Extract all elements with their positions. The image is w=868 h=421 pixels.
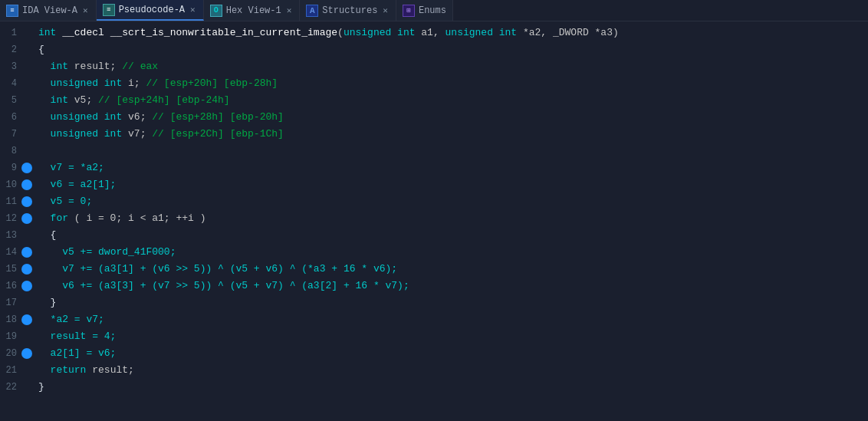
tab-enums[interactable]: ⊞ Enums <box>396 0 453 21</box>
line-number: 16 <box>0 281 21 291</box>
code-text: v7 = *a2; <box>35 160 868 176</box>
tab-close-hex[interactable]: ✕ <box>285 5 294 15</box>
line-number: 2 <box>0 44 21 55</box>
code-text: unsigned int i; // [esp+20h] [ebp-28h] <box>35 75 868 92</box>
code-line: 18 *a2 = v7; <box>0 311 868 328</box>
line-number: 12 <box>0 213 21 224</box>
line-number: 22 <box>0 382 21 393</box>
breakpoint-indicator <box>21 163 32 173</box>
tab-close-structures[interactable]: ✕ <box>381 5 390 15</box>
tab-label-pseudocode: Pseudocode-A <box>119 5 185 15</box>
tab-ida-view[interactable]: ≡ IDA View-A ✕ <box>0 0 97 21</box>
tab-icon-structures: A <box>306 5 318 17</box>
line-number: 6 <box>0 112 21 123</box>
code-line: 6 unsigned int v6; // [esp+28h] [ebp-20h… <box>0 109 868 126</box>
line-number: 10 <box>0 179 21 190</box>
code-line: 12 for ( i = 0; i < a1; ++i ) <box>0 210 868 227</box>
code-text: } <box>35 379 868 396</box>
line-number: 8 <box>0 146 21 156</box>
code-text: } <box>35 294 868 311</box>
tab-label-hex: Hex View-1 <box>226 5 281 16</box>
tab-pseudocode[interactable]: ≡ Pseudocode-A ✕ <box>97 0 204 21</box>
code-text: v5 += dword_41F000; <box>35 244 868 261</box>
code-text: v6 = a2[1]; <box>35 176 868 193</box>
line-number: 21 <box>0 365 21 376</box>
tab-label-structures: Structures <box>322 5 377 16</box>
breakpoint-indicator <box>21 314 32 325</box>
line-number: 9 <box>0 163 21 173</box>
code-line: 17 } <box>0 294 868 311</box>
line-number: 18 <box>0 314 21 325</box>
tab-icon-ida: ≡ <box>6 5 18 17</box>
code-line: 8 <box>0 143 868 160</box>
line-number: 15 <box>0 264 21 275</box>
code-line: 9 v7 = *a2; <box>0 160 868 176</box>
tab-close-ida[interactable]: ✕ <box>81 5 90 15</box>
tab-icon-pseudocode: ≡ <box>103 4 115 16</box>
line-number: 11 <box>0 196 21 207</box>
code-line: 7 unsigned int v7; // [esp+2Ch] [ebp-1Ch… <box>0 126 868 143</box>
code-text: unsigned int v7; // [esp+2Ch] [ebp-1Ch] <box>35 126 868 143</box>
line-number: 20 <box>0 348 21 359</box>
breakpoint-indicator <box>21 196 32 207</box>
code-line: 14 v5 += dword_41F000; <box>0 244 868 261</box>
tab-close-pseudocode[interactable]: ✕ <box>189 5 197 15</box>
line-number: 14 <box>0 247 21 258</box>
code-text: int result; // eax <box>35 58 868 75</box>
code-line: 3 int result; // eax <box>0 58 868 75</box>
code-text: v6 += (a3[3] + (v7 >> 5)) ^ (v5 + v7) ^ … <box>35 278 868 294</box>
tab-bar: ≡ IDA View-A ✕ ≡ Pseudocode-A ✕ O Hex Vi… <box>0 0 868 21</box>
code-line: 4 unsigned int i; // [esp+20h] [ebp-28h] <box>0 75 868 92</box>
breakpoint-indicator <box>21 348 32 359</box>
line-number: 13 <box>0 230 21 241</box>
breakpoint-indicator <box>21 281 32 291</box>
breakpoint-indicator <box>21 264 32 275</box>
tab-hex-view[interactable]: O Hex View-1 ✕ <box>204 0 301 21</box>
line-number: 3 <box>0 61 21 72</box>
code-text: for ( i = 0; i < a1; ++i ) <box>35 210 868 227</box>
code-line: 19 result = 4; <box>0 328 868 345</box>
line-number: 7 <box>0 129 21 140</box>
code-text: *a2 = v7; <box>35 311 868 328</box>
code-text: int __cdecl __scrt_is_nonwritable_in_cur… <box>35 25 868 41</box>
code-line: 16 v6 += (a3[3] + (v7 >> 5)) ^ (v5 + v7)… <box>0 278 868 294</box>
code-text: v7 += (a3[1] + (v6 >> 5)) ^ (v5 + v6) ^ … <box>35 261 868 278</box>
line-number: 19 <box>0 331 21 342</box>
code-line: 13 { <box>0 227 868 244</box>
breakpoint-indicator <box>21 179 32 190</box>
code-text: { <box>35 41 868 58</box>
line-number: 1 <box>0 28 21 38</box>
code-line: 11 v5 = 0; <box>0 193 868 210</box>
code-line: 21 return result; <box>0 362 868 379</box>
code-line: 10 v6 = a2[1]; <box>0 176 868 193</box>
tab-icon-enums: ⊞ <box>403 5 415 17</box>
code-text: result = 4; <box>35 328 868 345</box>
code-text: unsigned int v6; // [esp+28h] [ebp-20h] <box>35 109 868 126</box>
line-number: 4 <box>0 78 21 89</box>
code-text: return result; <box>35 362 868 379</box>
code-line: 20 a2[1] = v6; <box>0 345 868 362</box>
tab-structures[interactable]: A Structures ✕ <box>300 0 396 21</box>
breakpoint-indicator <box>21 247 32 258</box>
code-line: 1 int __cdecl __scrt_is_nonwritable_in_c… <box>0 25 868 41</box>
code-text: { <box>35 227 868 244</box>
code-text: v5 = 0; <box>35 193 868 210</box>
code-line: 15 v7 += (a3[1] + (v6 >> 5)) ^ (v5 + v6)… <box>0 261 868 278</box>
code-line: 5 int v5; // [esp+24h] [ebp-24h] <box>0 92 868 109</box>
line-number: 5 <box>0 95 21 106</box>
tab-label-enums: Enums <box>419 5 446 16</box>
line-number: 17 <box>0 298 21 308</box>
code-text: a2[1] = v6; <box>35 345 868 362</box>
code-line: 22 } <box>0 379 868 396</box>
tab-icon-hex: O <box>210 5 222 17</box>
breakpoint-indicator <box>21 213 32 224</box>
code-editor[interactable]: 1 int __cdecl __scrt_is_nonwritable_in_c… <box>0 21 868 421</box>
code-line: 2 { <box>0 41 868 58</box>
code-text: int v5; // [esp+24h] [ebp-24h] <box>35 92 868 109</box>
tab-label-ida: IDA View-A <box>22 5 77 16</box>
